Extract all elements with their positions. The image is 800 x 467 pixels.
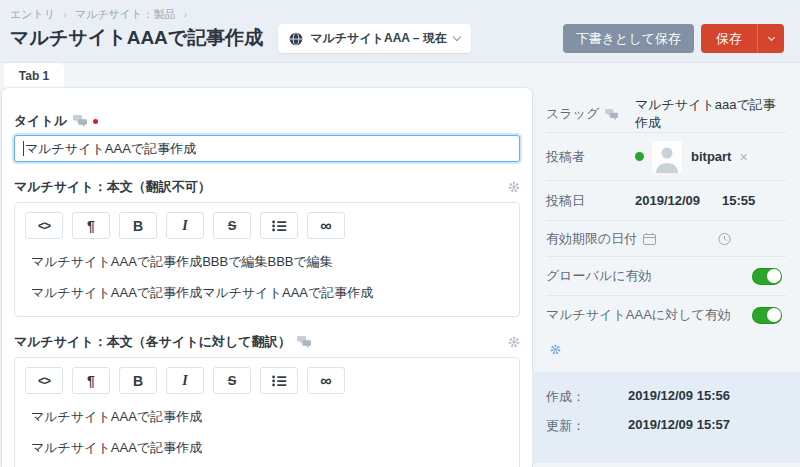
gear-icon[interactable] [508, 181, 520, 193]
italic-icon: I [182, 218, 187, 234]
italic-button[interactable]: I [166, 212, 204, 239]
editor-paragraph[interactable]: マルチサイトAAAで記事作成マルチサイトAAAで記事作成 [25, 270, 509, 301]
breadcrumb-separator: › [63, 8, 67, 20]
chevron-down-icon [767, 34, 774, 41]
title-input-value: マルチサイトAAAで記事作成 [25, 140, 196, 158]
richtext-editor: <> ¶ B I S ∞ マルチサイトAA [14, 357, 520, 467]
strikethrough-button[interactable]: S [213, 367, 251, 394]
tab-tab1[interactable]: Tab 1 [4, 63, 64, 88]
title-field: タイトル マルチサイトAAAで記事作成 [14, 112, 520, 162]
created-row: 作成： 2019/12/09 15:56 [546, 388, 786, 406]
gear-icon[interactable] [508, 336, 520, 348]
expiry-date-label: 有効期限の日付 [546, 230, 637, 248]
code-icon: <> [38, 219, 50, 233]
post-time-value[interactable]: 15:55 [722, 193, 755, 208]
author-name[interactable]: bitpart [691, 149, 731, 164]
link-icon: ∞ [320, 217, 331, 235]
field-label: マルチサイト：本文（翻訳不可） [14, 178, 211, 196]
link-button[interactable]: ∞ [307, 212, 345, 239]
slug-row: スラッグ マルチサイトaaaで記事作成 [546, 96, 786, 132]
author-label: 投稿者 [546, 148, 585, 166]
unordered-list-icon [272, 375, 287, 387]
strikethrough-icon: S [228, 373, 237, 388]
title-field-label: タイトル [14, 112, 67, 130]
site-switcher-button[interactable]: マルチサイトAAA – 現在 [278, 24, 471, 53]
post-date-row: 投稿日 2019/12/09 15:55 [546, 180, 786, 220]
translatable-icon [73, 115, 87, 127]
bold-button[interactable]: B [119, 367, 157, 394]
link-button[interactable]: ∞ [307, 367, 345, 394]
content-pane: タイトル マルチサイトAAAで記事作成 マルチサイト：本文（翻訳不可） [2, 88, 532, 467]
author-row: 投稿者 bitpart × [546, 132, 786, 180]
expiry-date-row: 有効期限の日付 [546, 220, 786, 256]
slug-value[interactable]: マルチサイトaaaで記事作成 [635, 96, 786, 132]
globe-icon [289, 32, 303, 46]
paragraph-icon: ¶ [87, 373, 95, 389]
bold-button[interactable]: B [119, 212, 157, 239]
paragraph-format-button[interactable]: ¶ [72, 367, 110, 394]
html-button[interactable]: <> [25, 212, 63, 239]
calendar-icon[interactable] [643, 233, 656, 245]
avatar [652, 141, 682, 173]
breadcrumb-item-section[interactable]: マルチサイト：製品 [75, 8, 176, 20]
translatable-icon [297, 336, 311, 348]
richtext-editor: <> ¶ B I S ∞ マルチサイトAA [14, 202, 520, 317]
save-menu-button[interactable] [757, 24, 784, 53]
editor-paragraph[interactable]: マルチサイトAAAで記事作成 [25, 394, 509, 425]
unordered-list-button[interactable] [260, 212, 298, 239]
body-field-untranslated: マルチサイト：本文（翻訳不可） <> ¶ B I S [14, 178, 520, 317]
bold-icon: B [133, 373, 143, 389]
updated-label: 更新： [546, 417, 628, 435]
page-title: マルチサイトAAAで記事作成 [10, 27, 263, 50]
paragraph-icon: ¶ [87, 218, 95, 234]
link-icon: ∞ [320, 372, 331, 390]
enabled-site-label: マルチサイトAAAに対して有効 [546, 306, 731, 324]
italic-button[interactable]: I [166, 367, 204, 394]
html-button[interactable]: <> [25, 367, 63, 394]
header-actions: 下書きとして保存 保存 [563, 24, 784, 53]
save-button[interactable]: 保存 [701, 24, 757, 53]
created-value: 2019/12/09 15:56 [628, 388, 730, 406]
field-label: マルチサイト：本文（各サイトに対して翻訳） [14, 333, 291, 351]
settings-gear-icon[interactable] [550, 344, 561, 355]
save-split-button: 保存 [701, 24, 784, 53]
chevron-down-icon [453, 32, 461, 40]
details-sidebar: スラッグ マルチサイトaaaで記事作成 投稿者 [532, 63, 800, 467]
meta-pane: 作成： 2019/12/09 15:56 更新： 2019/12/09 15:5… [532, 372, 800, 463]
unordered-list-button[interactable] [260, 367, 298, 394]
updated-row: 更新： 2019/12/09 15:57 [546, 417, 786, 435]
editor-paragraph[interactable]: マルチサイトAAAで記事作成 [25, 425, 509, 456]
required-indicator [93, 119, 98, 124]
post-date-value[interactable]: 2019/12/09 [635, 193, 700, 208]
site-switcher-label: マルチサイトAAA – 現在 [310, 30, 447, 47]
breadcrumb-item-entries[interactable]: エントリ [10, 8, 55, 20]
sidebar-settings-row [546, 334, 786, 368]
save-draft-button[interactable]: 下書きとして保存 [563, 24, 694, 53]
post-date-label: 投稿日 [546, 192, 585, 210]
title-input[interactable]: マルチサイトAAAで記事作成 [14, 135, 520, 162]
breadcrumb-separator: › [183, 8, 187, 20]
editor-paragraph[interactable]: マルチサイトAAAで記事作成BBBで編集BBBで編集 [25, 239, 509, 270]
remove-author-icon[interactable]: × [739, 149, 747, 165]
entry-edit-page: エントリ › マルチサイト：製品 › マルチサイトAAAで記事作成 マルチサイト… [0, 0, 800, 467]
enabled-global-row: グローバルに有効 [546, 256, 786, 295]
strikethrough-button[interactable]: S [213, 212, 251, 239]
text-caret [23, 141, 24, 156]
editor-toolbar: <> ¶ B I S ∞ [25, 367, 509, 394]
created-label: 作成： [546, 388, 628, 406]
enabled-global-label: グローバルに有効 [546, 267, 652, 285]
bold-icon: B [133, 218, 143, 234]
code-icon: <> [38, 374, 50, 388]
paragraph-format-button[interactable]: ¶ [72, 212, 110, 239]
unordered-list-icon [272, 220, 287, 232]
slug-label: スラッグ [546, 105, 599, 123]
enabled-global-toggle[interactable] [752, 268, 782, 285]
updated-value: 2019/12/09 15:57 [628, 417, 730, 435]
header: エントリ › マルチサイト：製品 › マルチサイトAAAで記事作成 マルチサイト… [0, 0, 800, 63]
breadcrumb: エントリ › マルチサイト：製品 › [10, 7, 784, 22]
status-dot-icon [635, 152, 644, 161]
clock-icon[interactable] [718, 232, 731, 245]
enabled-site-toggle[interactable] [752, 307, 782, 324]
translatable-icon [605, 109, 618, 120]
editor-toolbar: <> ¶ B I S ∞ [25, 212, 509, 239]
